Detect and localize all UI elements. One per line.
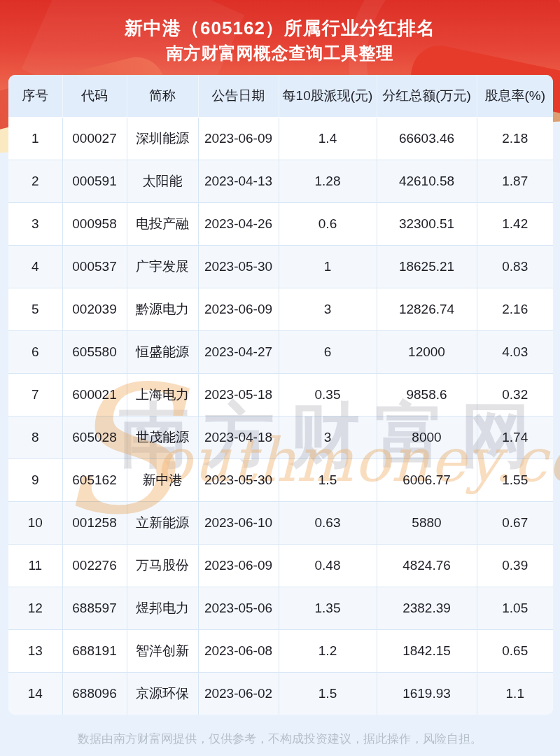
table-row: 11002276万马股份2023-06-090.484824.760.39 [8,545,553,587]
table-cell: 0.48 [279,545,377,587]
table-cell: 688597 [62,587,127,630]
table-cell: 12000 [377,331,477,374]
page: 新中港（605162）所属行业分红排名 南方财富网概念查询工具整理 序号代码简称… [0,0,560,756]
table-cell: 2.16 [477,288,553,331]
table-row: 6605580恒盛能源2023-04-276120004.03 [8,331,553,374]
table-cell: 9858.6 [377,374,477,416]
table-cell: 000958 [62,203,127,246]
table-cell: 太阳能 [127,160,198,203]
table-cell: 1.05 [477,587,553,630]
table-cell: 0.65 [477,630,553,673]
table-cell: 688096 [62,673,127,715]
table-cell: 2.18 [477,118,553,160]
table-cell: 6006.77 [377,459,477,502]
table-cell: 5880 [377,502,477,545]
table-cell: 8 [8,416,62,459]
table-cell: 煜邦电力 [127,587,198,630]
table-cell: 0.39 [477,545,553,587]
table-cell: 0.83 [477,246,553,288]
table-cell: 10 [8,502,62,545]
table-cell: 11 [8,545,62,587]
table-cell: 002276 [62,545,127,587]
table-cell: 1 [8,118,62,160]
table-cell: 6 [8,331,62,374]
table-cell: 6 [279,331,377,374]
column-header: 代码 [62,75,127,118]
column-header: 简称 [127,75,198,118]
table-cell: 世茂能源 [127,416,198,459]
table-cell: 2023-05-30 [198,459,279,502]
table-row: 13688191智洋创新2023-06-081.21842.150.65 [8,630,553,673]
table-row: 2000591太阳能2023-04-131.2842610.581.87 [8,160,553,203]
table-header-row: 序号代码简称公告日期每10股派现(元)分红总额(万元)股息率(%) [8,75,553,118]
column-header: 股息率(%) [477,75,553,118]
table-cell: 1.1 [477,673,553,715]
table-cell: 4824.76 [377,545,477,587]
table-card: 序号代码简称公告日期每10股派现(元)分红总额(万元)股息率(%) 100002… [8,75,553,715]
table-cell: 5 [8,288,62,331]
table-cell: 2023-06-09 [198,288,279,331]
table-cell: 7 [8,374,62,416]
table-cell: 4 [8,246,62,288]
table-cell: 0.63 [279,502,377,545]
table-body: 1000027深圳能源2023-06-091.466603.462.182000… [8,118,553,715]
column-header: 分红总额(万元) [377,75,477,118]
table-cell: 1.4 [279,118,377,160]
table-cell: 立新能源 [127,502,198,545]
table-cell: 2023-04-13 [198,160,279,203]
table-row: 3000958电投产融2023-04-260.632300.511.42 [8,203,553,246]
dividend-ranking-table: 序号代码简称公告日期每10股派现(元)分红总额(万元)股息率(%) 100002… [8,75,553,715]
table-cell: 2 [8,160,62,203]
table-cell: 1.74 [477,416,553,459]
table-cell: 2023-04-18 [198,416,279,459]
table-cell: 智洋创新 [127,630,198,673]
table-cell: 1.28 [279,160,377,203]
table-cell: 002039 [62,288,127,331]
table-row: 12688597煜邦电力2023-05-061.352382.391.05 [8,587,553,630]
table-cell: 1.35 [279,587,377,630]
table-cell: 42610.58 [377,160,477,203]
table-row: 4000537广宇发展2023-05-30118625.210.83 [8,246,553,288]
table-cell: 恒盛能源 [127,331,198,374]
table-cell: 上海电力 [127,374,198,416]
table-cell: 605028 [62,416,127,459]
table-cell: 12826.74 [377,288,477,331]
table-cell: 001258 [62,502,127,545]
table-cell: 广宇发展 [127,246,198,288]
table-cell: 1 [279,246,377,288]
table-cell: 万马股份 [127,545,198,587]
table-cell: 2382.39 [377,587,477,630]
column-header: 公告日期 [198,75,279,118]
table-cell: 2023-06-08 [198,630,279,673]
table-cell: 3 [279,416,377,459]
table-cell: 深圳能源 [127,118,198,160]
table-cell: 8000 [377,416,477,459]
table-cell: 605580 [62,331,127,374]
table-cell: 9 [8,459,62,502]
table-cell: 2023-05-18 [198,374,279,416]
table-cell: 0.6 [279,203,377,246]
table-cell: 2023-05-06 [198,587,279,630]
table-cell: 2023-06-09 [198,545,279,587]
table-cell: 12 [8,587,62,630]
table-row: 8605028世茂能源2023-04-18380001.74 [8,416,553,459]
table-cell: 2023-04-26 [198,203,279,246]
table-cell: 000591 [62,160,127,203]
table-row: 5002039黔源电力2023-06-09312826.742.16 [8,288,553,331]
table-cell: 18625.21 [377,246,477,288]
page-title-line2: 南方财富网概念查询工具整理 [0,42,560,64]
table-cell: 1.5 [279,459,377,502]
table-cell: 1.2 [279,630,377,673]
table-cell: 1.5 [279,673,377,715]
table-cell: 0.67 [477,502,553,545]
table-cell: 66603.46 [377,118,477,160]
table-cell: 688191 [62,630,127,673]
table-cell: 黔源电力 [127,288,198,331]
table-cell: 1.55 [477,459,553,502]
table-row: 7600021上海电力2023-05-180.359858.60.32 [8,374,553,416]
table-cell: 1.42 [477,203,553,246]
column-header: 序号 [8,75,62,118]
table-row: 14688096京源环保2023-06-021.51619.931.1 [8,673,553,715]
table-cell: 2023-04-27 [198,331,279,374]
table-cell: 1619.93 [377,673,477,715]
